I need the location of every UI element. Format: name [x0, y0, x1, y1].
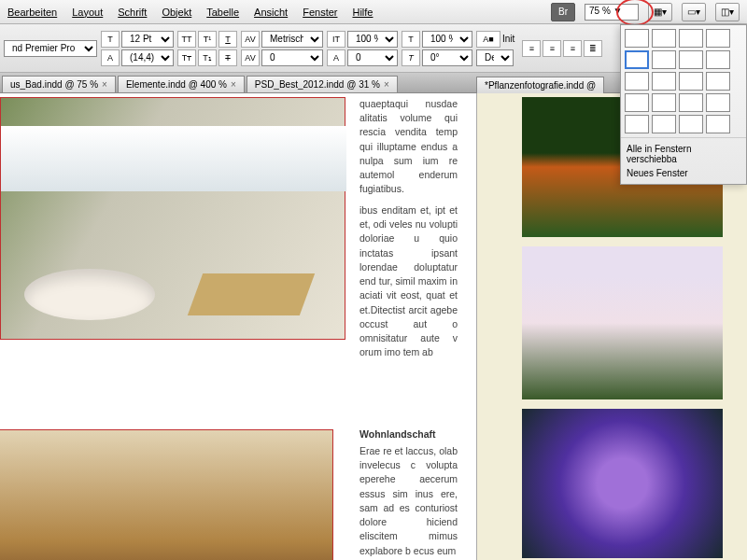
screen-mode-icon[interactable]: ▭▾: [682, 3, 706, 21]
skew-icon: T: [402, 49, 420, 66]
allcaps-icon[interactable]: TT: [177, 31, 196, 48]
tab-psd-best[interactable]: PSD_Best_2012.indd @ 31 %×: [247, 76, 398, 92]
menu-schrift[interactable]: Schrift: [118, 7, 147, 18]
layout-6d-icon[interactable]: [706, 115, 730, 133]
image-flower-3[interactable]: [522, 409, 723, 558]
kerning-select[interactable]: Metrisch: [261, 31, 323, 48]
menu-bearbeiten[interactable]: Bearbeiten: [7, 7, 57, 18]
bridge-icon[interactable]: Br: [551, 3, 575, 21]
option-new-window[interactable]: Neues Fenster: [627, 166, 740, 180]
option-float-all[interactable]: Alle in Fenstern verschiebba: [627, 142, 740, 166]
menu-ansicht[interactable]: Ansicht: [254, 7, 288, 18]
track-icon: AV: [241, 49, 260, 66]
layout-6a-icon[interactable]: [625, 115, 649, 133]
rug-graphic: [188, 273, 315, 315]
tab-bad[interactable]: us_Bad.indd @ 75 %×: [2, 76, 116, 92]
layout-4up-icon[interactable]: [706, 29, 730, 48]
layout-4a-icon[interactable]: [625, 72, 649, 91]
layout-4c-icon[interactable]: [679, 72, 703, 91]
baseline-icon: A: [327, 49, 345, 66]
fill-color-icon[interactable]: A■: [476, 31, 500, 48]
layout-3v-icon[interactable]: [706, 50, 730, 69]
heading-wohn[interactable]: Wohnlandschaft: [359, 427, 458, 441]
close-icon[interactable]: ×: [102, 79, 107, 90]
layout-1up-icon[interactable]: [625, 29, 649, 48]
leading-icon: A: [101, 49, 120, 66]
align-justify-icon[interactable]: ≣: [584, 40, 602, 57]
image-livingroom[interactable]: [0, 429, 333, 560]
document-left[interactable]: quaeptaqui nusdae alitatis volume qui re…: [0, 93, 476, 560]
kern-icon: AV: [241, 31, 260, 48]
menu-layout[interactable]: Layout: [72, 7, 103, 18]
baseline-select[interactable]: 0: [347, 49, 398, 66]
strikethrough-icon[interactable]: T: [218, 49, 237, 66]
hscale-icon: T: [402, 31, 420, 48]
superscript-icon[interactable]: T¹: [198, 31, 217, 48]
main-menubar: Bearbeiten Layout Schrift Objekt Tabelle…: [0, 0, 747, 24]
font-select[interactable]: nd Premier Pro: [4, 40, 97, 57]
layout-5b-icon[interactable]: [652, 93, 676, 112]
layout-6c-icon[interactable]: [679, 115, 703, 133]
window-graphic: [1, 126, 346, 191]
layout-5c-icon[interactable]: [679, 93, 703, 112]
initial-label: Init: [502, 34, 514, 44]
close-icon[interactable]: ×: [384, 79, 389, 90]
layout-6b-icon[interactable]: [652, 115, 676, 133]
align-right-icon[interactable]: ≡: [563, 40, 582, 57]
tracking-select[interactable]: 0: [261, 49, 323, 66]
layout-2h-icon[interactable]: [625, 50, 649, 69]
bathtub-graphic: [24, 269, 155, 320]
zoom-level[interactable]: 75 % ▼: [585, 4, 639, 21]
font-size-select[interactable]: 12 Pt: [121, 31, 174, 48]
hscale-select[interactable]: 100 %: [422, 31, 472, 48]
layout-5a-icon[interactable]: [625, 93, 649, 112]
align-left-icon[interactable]: ≡: [522, 40, 541, 57]
tab-elemente[interactable]: Elemente.indd @ 400 %×: [118, 76, 245, 92]
body-text-2[interactable]: ibus enditam et, ipt et et, odi veles nu…: [359, 203, 458, 359]
layout-2up-icon[interactable]: [652, 29, 676, 48]
menu-fenster[interactable]: Fenster: [303, 7, 337, 18]
menu-tabelle[interactable]: Tabelle: [206, 7, 239, 18]
image-bathroom[interactable]: [0, 97, 345, 340]
arrange-documents-icon[interactable]: ◫▾: [715, 3, 740, 21]
skew-select[interactable]: 0°: [422, 49, 472, 66]
vscale-select[interactable]: 100 %: [347, 31, 398, 48]
layout-5d-icon[interactable]: [706, 93, 730, 112]
underline-icon[interactable]: T: [218, 31, 237, 48]
layout-2v-icon[interactable]: [652, 50, 676, 69]
image-flower-2[interactable]: [522, 246, 723, 399]
arrange-documents-panel: Alle in Fenstern verschiebba Neues Fenst…: [620, 24, 747, 185]
body-text-3[interactable]: Erae re et laccus, olab invelecus c volu…: [359, 444, 458, 558]
smallcaps-icon[interactable]: Tᴛ: [177, 49, 196, 66]
align-center-icon[interactable]: ≡: [543, 40, 561, 57]
layout-3up-icon[interactable]: [679, 29, 703, 48]
font-size-icon: T: [101, 31, 120, 48]
body-text-1[interactable]: quaeptaqui nusdae alitatis volume qui re…: [359, 97, 458, 197]
subscript-icon[interactable]: T₁: [198, 49, 217, 66]
close-icon[interactable]: ×: [231, 79, 236, 90]
menu-objekt[interactable]: Objekt: [162, 7, 191, 18]
leading-select[interactable]: (14,4) Pt: [121, 49, 174, 66]
language-select[interactable]: Deu: [476, 49, 514, 66]
vscale-icon: IT: [327, 31, 345, 48]
tab-pflanzen[interactable]: *Pflanzenfotografie.indd @: [476, 77, 604, 93]
layout-3h-icon[interactable]: [679, 50, 703, 69]
layout-4b-icon[interactable]: [652, 72, 676, 91]
menu-hilfe[interactable]: Hilfe: [352, 7, 373, 18]
view-mode-icon[interactable]: ▦▾: [648, 3, 672, 21]
layout-4d-icon[interactable]: [706, 72, 730, 91]
